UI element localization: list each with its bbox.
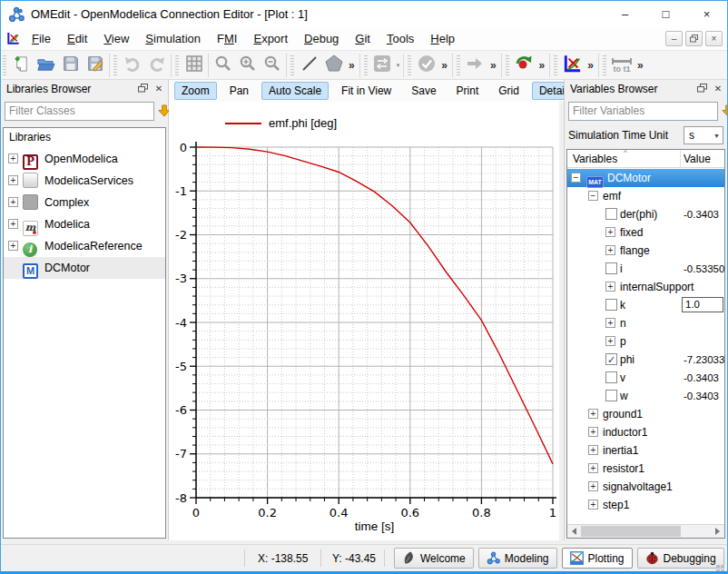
plot-tool-zoom[interactable]: Zoom	[174, 82, 217, 100]
plot-tool-auto-scale[interactable]: Auto Scale	[261, 82, 329, 100]
toolbar-overflow-chevron[interactable]: »	[487, 59, 499, 72]
simulation-time-button[interactable]: to t1	[609, 53, 635, 77]
time-unit-select[interactable]: s ▼	[684, 126, 723, 144]
variable-row-resistor1[interactable]: +resistor1	[567, 460, 724, 478]
new-plot-window-button[interactable]	[560, 53, 585, 77]
zoom-in-button[interactable]	[235, 53, 260, 77]
expand-icon[interactable]: +	[588, 481, 598, 491]
plot-tool-grid[interactable]: Grid	[491, 82, 526, 100]
float-panel-icon[interactable]	[136, 82, 149, 94]
menu-simulation[interactable]: Simulation	[137, 29, 209, 48]
toolbar-overflow-chevron[interactable]: »	[438, 59, 450, 72]
variable-checkbox[interactable]: ✓	[605, 353, 617, 365]
variable-row-step1[interactable]: +step1	[567, 496, 724, 514]
line-shape-button[interactable]	[297, 53, 321, 77]
scroll-right-icon[interactable]	[711, 525, 724, 538]
expand-icon[interactable]: +	[8, 153, 18, 163]
variable-row-signalvoltage1[interactable]: +signalvoltage1	[567, 478, 724, 496]
variable-row-inertia1[interactable]: +inertia1	[567, 441, 724, 460]
variable-row-n[interactable]: +n	[567, 314, 724, 332]
variable-row-i[interactable]: i-0.53350	[567, 260, 724, 278]
filter-options-arrow-icon[interactable]	[722, 103, 728, 119]
variable-row-inductor1[interactable]: +inductor1	[567, 423, 724, 441]
perspective-plotting-button[interactable]: Plotting	[562, 548, 633, 569]
menu-file[interactable]: File	[24, 29, 59, 48]
variable-checkbox[interactable]	[605, 208, 617, 220]
menu-fmi[interactable]: FMI	[209, 29, 245, 48]
undo-button[interactable]	[120, 53, 144, 77]
variable-row-dcmotor[interactable]: −MATDCMotor	[567, 169, 724, 187]
plot-tool-fit-in-view[interactable]: Fit in View	[334, 82, 398, 100]
redo-button[interactable]	[144, 53, 169, 77]
perspective-welcome-button[interactable]: Welcome	[394, 548, 474, 569]
toolbar-grip[interactable]	[408, 55, 411, 75]
scroll-left-icon[interactable]	[567, 525, 581, 538]
variable-row-emf[interactable]: −emf	[567, 187, 724, 205]
show-grid-button[interactable]	[182, 53, 206, 77]
variable-row-flange[interactable]: +flange	[567, 242, 724, 260]
variable-checkbox[interactable]	[605, 371, 617, 383]
toolbar-overflow-chevron[interactable]: »	[585, 59, 596, 72]
close-button[interactable]: ×	[686, 1, 727, 27]
library-item-dcmotor[interactable]: MDCMotor	[4, 257, 165, 279]
menu-view[interactable]: View	[95, 29, 137, 48]
expand-icon[interactable]: +	[605, 318, 615, 328]
perspective-modeling-button[interactable]: Modeling	[478, 548, 557, 569]
re-simulate-button[interactable]	[512, 53, 536, 77]
variable-checkbox[interactable]	[605, 299, 617, 311]
toolbar-overflow-chevron[interactable]: »	[346, 59, 358, 72]
mdi-close-button[interactable]: ×	[705, 31, 723, 46]
library-item-modelicaservices[interactable]: +ModelicaServices	[4, 170, 165, 192]
toolbar-grip[interactable]	[290, 55, 294, 75]
expand-icon[interactable]: +	[588, 445, 598, 455]
resize-grip[interactable]	[721, 565, 724, 569]
expand-icon[interactable]: +	[8, 219, 18, 229]
polygon-shape-button[interactable]	[321, 53, 346, 77]
simulate-button[interactable]	[463, 53, 487, 77]
expand-icon[interactable]: +	[605, 336, 615, 346]
close-panel-icon[interactable]: ✕	[152, 82, 165, 94]
check-model-button[interactable]	[414, 53, 438, 77]
menu-tools[interactable]: Tools	[379, 29, 422, 48]
toolbar-grip[interactable]	[113, 55, 117, 75]
toolbar-grip[interactable]	[603, 55, 606, 75]
variable-row-v[interactable]: v-0.3403	[567, 369, 724, 387]
variable-row-w[interactable]: w-0.3403	[567, 387, 724, 405]
expand-icon[interactable]: +	[588, 463, 598, 473]
expand-icon[interactable]: +	[8, 175, 18, 185]
plot-tool-print[interactable]: Print	[449, 82, 487, 100]
toolbar-grip[interactable]	[457, 55, 460, 75]
filter-variables-input[interactable]	[568, 102, 718, 121]
dropdown-caret-icon[interactable]: ▾	[395, 62, 402, 69]
mdi-minimize-button[interactable]: –	[665, 31, 683, 46]
variable-checkbox[interactable]	[605, 390, 617, 401]
variable-row-phi[interactable]: ✓phi-7.23033	[567, 351, 724, 369]
library-item-complex[interactable]: +Complex	[4, 192, 165, 213]
new-modelica-class-button[interactable]	[9, 53, 34, 77]
library-item-modelicareference[interactable]: +iModelicaReference	[4, 235, 165, 257]
expand-icon[interactable]: +	[605, 245, 615, 255]
variable-row-fixed[interactable]: +fixed	[567, 223, 724, 242]
plot-tool-pan[interactable]: Pan	[222, 82, 256, 100]
expand-icon[interactable]: +	[588, 427, 598, 437]
minimize-button[interactable]: –	[605, 1, 645, 27]
menu-export[interactable]: Export	[245, 29, 296, 48]
toolbar-grip[interactable]	[175, 55, 179, 75]
toolbar-grip[interactable]	[3, 55, 6, 75]
scrollbar-thumb[interactable]	[581, 526, 681, 537]
menu-git[interactable]: Git	[347, 29, 379, 48]
library-item-modelica[interactable]: +mModelica	[4, 213, 165, 235]
variable-row-p[interactable]: +p	[567, 332, 724, 351]
expand-icon[interactable]: −	[571, 173, 581, 183]
filter-classes-input[interactable]	[5, 102, 154, 121]
value-column-header[interactable]: Value	[684, 153, 711, 165]
library-item-openmodelica[interactable]: +POpenModelica	[4, 148, 165, 170]
maximize-button[interactable]: □	[645, 1, 686, 27]
perspective-debugging-button[interactable]: Debugging	[637, 548, 724, 569]
expand-icon[interactable]: +	[605, 282, 615, 292]
float-panel-icon[interactable]	[695, 82, 708, 94]
expand-icon[interactable]: −	[588, 191, 598, 201]
save-as-button[interactable]	[83, 53, 107, 77]
menu-debug[interactable]: Debug	[296, 29, 347, 48]
toolbar-overflow-chevron[interactable]: »	[635, 59, 646, 72]
